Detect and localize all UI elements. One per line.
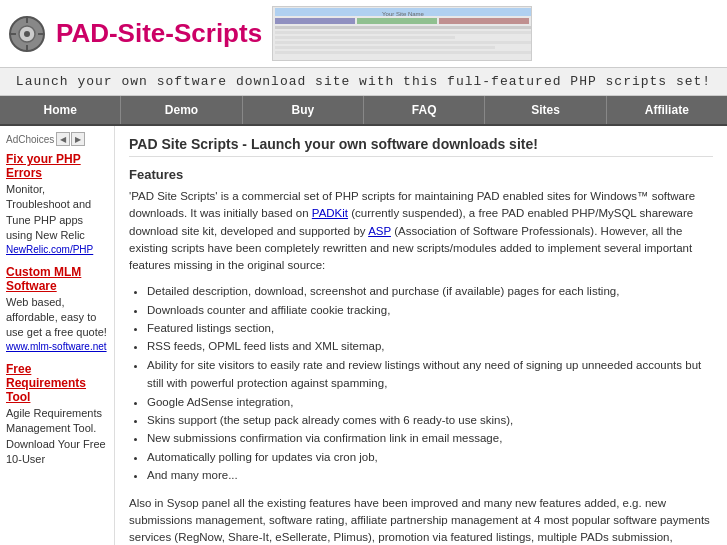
nav-buy[interactable]: Buy bbox=[243, 96, 364, 124]
content-page-title: PAD Site Scripts - Launch your own softw… bbox=[129, 136, 713, 157]
nav-demo[interactable]: Demo bbox=[121, 96, 242, 124]
feature-item-8: New submissions confirmation via confirm… bbox=[147, 429, 713, 447]
asp-link[interactable]: ASP bbox=[368, 225, 391, 237]
main-nav: Home Demo Buy FAQ Sites Affiliate bbox=[0, 96, 727, 126]
feature-item-5: Ability for site visitors to easily rate… bbox=[147, 356, 713, 393]
logo-icon bbox=[8, 15, 46, 53]
svg-rect-9 bbox=[275, 18, 355, 24]
page-header: PAD-Site-Scripts Your Site Name bbox=[0, 0, 727, 68]
svg-rect-14 bbox=[275, 36, 455, 39]
nav-faq[interactable]: FAQ bbox=[364, 96, 485, 124]
also-paragraph: Also in Sysop panel all the existing fea… bbox=[129, 495, 713, 545]
sidebar: AdChoices ◀ ▶ Fix your PHP Errors Monito… bbox=[0, 126, 115, 545]
feature-item-2: Downloads counter and affiliate cookie t… bbox=[147, 301, 713, 319]
svg-rect-15 bbox=[275, 41, 531, 44]
ad-arrow-right[interactable]: ▶ bbox=[71, 132, 85, 146]
ad-choices-label: AdChoices bbox=[6, 134, 54, 145]
nav-sites[interactable]: Sites bbox=[485, 96, 606, 124]
intro-paragraph: 'PAD Site Scripts' is a commercial set o… bbox=[129, 188, 713, 274]
feature-item-10: And many more... bbox=[147, 466, 713, 484]
main-body: AdChoices ◀ ▶ Fix your PHP Errors Monito… bbox=[0, 126, 727, 545]
svg-rect-13 bbox=[275, 31, 531, 34]
svg-point-2 bbox=[24, 31, 30, 37]
sidebar-ad-1: Fix your PHP Errors Monitor, Troubleshoo… bbox=[6, 152, 108, 255]
feature-item-6: Google AdSense integration, bbox=[147, 393, 713, 411]
svg-rect-11 bbox=[439, 18, 529, 24]
sidebar-ad-2-title[interactable]: Custom MLM Software bbox=[6, 265, 108, 293]
nav-home[interactable]: Home bbox=[0, 96, 121, 124]
sidebar-ad-3: Free Requirements Tool Agile Requirement… bbox=[6, 362, 108, 468]
main-content: PAD Site Scripts - Launch your own softw… bbox=[115, 126, 727, 545]
ad-arrow-left[interactable]: ◀ bbox=[56, 132, 70, 146]
sidebar-ad-1-body: Monitor, Troubleshoot and Tune PHP apps … bbox=[6, 182, 108, 244]
svg-rect-10 bbox=[357, 18, 437, 24]
svg-rect-17 bbox=[275, 51, 531, 54]
sidebar-ad-1-title[interactable]: Fix your PHP Errors bbox=[6, 152, 108, 180]
nav-affiliate[interactable]: Affiliate bbox=[607, 96, 727, 124]
sidebar-ad-3-title[interactable]: Free Requirements Tool bbox=[6, 362, 108, 404]
sidebar-ad-3-body: Agile Requirements Management Tool. Down… bbox=[6, 406, 108, 468]
sidebar-ad-2-body: Web based, affordable, easy to use get a… bbox=[6, 295, 108, 341]
svg-rect-12 bbox=[275, 26, 531, 29]
feature-item-9: Automatically polling for updates via cr… bbox=[147, 448, 713, 466]
feature-item-4: RSS feeds, OPML feed lists and XML sitem… bbox=[147, 337, 713, 355]
feature-item-1: Detailed description, download, screensh… bbox=[147, 282, 713, 300]
padkit-link[interactable]: PADKit bbox=[312, 207, 348, 219]
svg-rect-16 bbox=[275, 46, 495, 49]
features-heading: Features bbox=[129, 167, 713, 182]
header-screenshot-preview: Your Site Name bbox=[272, 6, 532, 61]
feature-item-7: Skins support (the setup pack already co… bbox=[147, 411, 713, 429]
sidebar-ad-1-link[interactable]: NewRelic.com/PHP bbox=[6, 244, 108, 255]
sidebar-ad-2-link[interactable]: www.mlm-software.net bbox=[6, 341, 108, 352]
ad-arrows: ◀ ▶ bbox=[56, 132, 85, 146]
features-list: Detailed description, download, screensh… bbox=[147, 282, 713, 484]
svg-text:Your Site Name: Your Site Name bbox=[382, 11, 424, 17]
sidebar-ad-2: Custom MLM Software Web based, affordabl… bbox=[6, 265, 108, 352]
site-logo[interactable]: PAD-Site-Scripts bbox=[56, 18, 262, 49]
tagline: Launch your own software download site w… bbox=[0, 68, 727, 96]
feature-item-3: Featured listings section, bbox=[147, 319, 713, 337]
ad-choices-bar: AdChoices ◀ ▶ bbox=[6, 132, 108, 146]
